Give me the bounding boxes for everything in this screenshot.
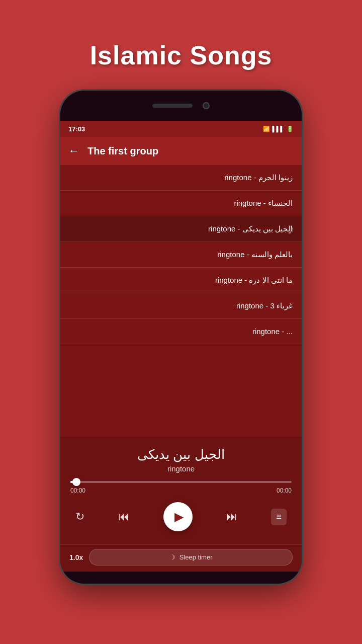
app-header: ← The first group (60, 137, 302, 165)
song-item-2[interactable]: الخنساء - ringtone (60, 191, 302, 216)
prev-button[interactable]: ⏮ (118, 510, 129, 523)
next-button[interactable]: ⏭ (226, 510, 237, 523)
song-title-4: بالعلم والسنه - ringtone (217, 250, 293, 259)
signal-icon: ▌▌▌ (273, 126, 284, 132)
song-item-4[interactable]: بالعلم والسنه - ringtone (60, 242, 302, 268)
bottom-bar: 1.0x ☽ Sleep timer (60, 544, 302, 572)
music-note-icon: ♪ (287, 220, 295, 237)
song-item-5[interactable]: ما انتى الا درة - ringtone (60, 268, 302, 293)
screen-title: The first group (87, 145, 158, 157)
phone-mockup: 17:03 📶 ▌▌▌ 🔋 ← The first group زينوا ال… (60, 91, 302, 584)
player-controls: ↻ ⏮ ▶ ⏭ ≡ (70, 502, 292, 531)
progress-bar[interactable] (70, 481, 292, 483)
song-item-1[interactable]: زينوا الحرم - ringtone (60, 165, 302, 191)
wifi-icon: 📶 (263, 126, 270, 132)
status-bar: 17:03 📶 ▌▌▌ 🔋 (60, 121, 302, 137)
play-icon: ▶ (174, 510, 184, 524)
page-title: Islamic Songs (90, 40, 273, 70)
app-content: ← The first group زينوا الحرم - ringtone… (60, 137, 302, 572)
song-title-5: ما انتى الا درة - ringtone (215, 276, 293, 285)
time-current: 00:00 (70, 487, 85, 494)
song-title-3: الجيل بين يديكى - ringtone (208, 224, 293, 233)
sleep-timer-label: Sleep timer (179, 553, 213, 561)
song-title-2: الخنساء - ringtone (234, 199, 293, 208)
playback-speed[interactable]: 1.0x (69, 553, 83, 561)
repeat-button[interactable]: ↻ (75, 510, 84, 523)
status-time: 17:03 (68, 125, 85, 133)
speaker-grille (152, 104, 193, 108)
player-song-title: الجيل بين يديكى (70, 447, 292, 462)
progress-thumb[interactable] (72, 478, 80, 486)
song-list: زينوا الحرم - ringtone الخنساء - rington… (60, 165, 302, 437)
song-title-6: غرباء 3 - ringtone (236, 301, 293, 310)
status-icons: 📶 ▌▌▌ 🔋 (263, 126, 294, 132)
song-item-6[interactable]: غرباء 3 - ringtone (60, 293, 302, 319)
front-camera (203, 102, 210, 109)
song-title-1: زينوا الحرم - ringtone (224, 173, 293, 182)
menu-button[interactable]: ≡ (271, 509, 287, 525)
phone-bottom-bar (60, 572, 302, 584)
menu-icon: ≡ (276, 512, 282, 522)
song-item-7[interactable]: ... - ringtone (60, 319, 302, 344)
battery-icon: 🔋 (287, 126, 294, 132)
sleep-timer-button[interactable]: ☽ Sleep timer (89, 549, 293, 566)
song-item-3[interactable]: الجيل بين يديكى - ringtone ♪ (60, 216, 302, 242)
moon-icon: ☽ (169, 553, 175, 561)
play-button[interactable]: ▶ (163, 502, 193, 531)
back-button[interactable]: ← (68, 144, 79, 157)
time-total: 00:00 (277, 487, 292, 494)
player-area: الجيل بين يديكى ringtone 00:00 00:00 ↻ ⏮… (60, 437, 302, 544)
player-song-subtitle: ringtone (70, 464, 292, 473)
song-title-7: ... - ringtone (252, 327, 293, 336)
phone-top-bar (60, 91, 302, 121)
time-row: 00:00 00:00 (70, 487, 292, 494)
